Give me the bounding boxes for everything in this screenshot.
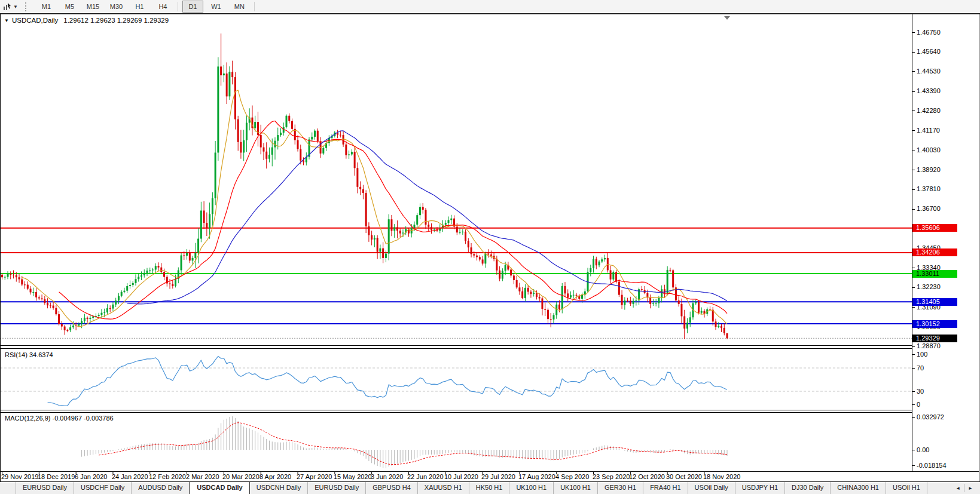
price-tick-dash bbox=[912, 130, 915, 131]
tab-eurusd-daily[interactable]: EURUSD Daily bbox=[308, 482, 366, 494]
date-tick-label: 6 Jan 2020 bbox=[75, 473, 107, 480]
symbol-dropdown-icon[interactable]: ▼ bbox=[4, 18, 9, 23]
tab-usdchf-daily[interactable]: USDCHF Daily bbox=[74, 482, 132, 494]
price-tick-dash bbox=[912, 189, 915, 190]
tab-gbpusd-h4[interactable]: GBPUSD H4 bbox=[366, 482, 418, 494]
price-tick-dash bbox=[912, 307, 915, 308]
date-tick-label: 22 Jun 2020 bbox=[407, 473, 444, 480]
price-tag: 1.33011 bbox=[912, 270, 957, 278]
date-tick-label: 20 Mar 2020 bbox=[222, 473, 259, 480]
price-tick-label: 1.37810 bbox=[917, 185, 941, 192]
rsi-tick-label: 0 bbox=[917, 401, 920, 408]
macd-tick-dash bbox=[912, 417, 915, 418]
rsi-tick-dash bbox=[912, 404, 915, 405]
tab-bar-spacer bbox=[0, 482, 16, 494]
macd-tick-label: 0.032972 bbox=[917, 413, 944, 421]
price-tick-label: 1.43390 bbox=[917, 87, 941, 94]
tab-uk100-h1[interactable]: UK100 H1 bbox=[509, 482, 554, 494]
macd-tick-dash bbox=[912, 465, 915, 466]
tab-fra40-h1[interactable]: FRA40 H1 bbox=[643, 482, 688, 494]
rsi-tick-label: 30 bbox=[917, 388, 924, 395]
price-tick-dash bbox=[912, 170, 915, 170]
rsi-tick-label: 70 bbox=[917, 364, 924, 372]
rsi-indicator-label: RSI(14) 34.6374 bbox=[5, 351, 53, 358]
date-tick-label: 18 Nov 2020 bbox=[703, 473, 740, 480]
price-tick-label: 1.41170 bbox=[917, 127, 940, 134]
price-scale[interactable] bbox=[912, 14, 980, 471]
price-tick-dash bbox=[912, 268, 915, 268]
tab-usdcnh-daily[interactable]: USDCNH Daily bbox=[250, 482, 309, 494]
tab-uk100-h1[interactable]: UK100 H1 bbox=[554, 482, 598, 494]
tab-china300-h1[interactable]: CHINA300 H1 bbox=[831, 482, 886, 494]
date-tick-label: 15 May 2020 bbox=[334, 473, 372, 480]
price-tick-dash bbox=[912, 71, 915, 72]
price-tick-dash bbox=[912, 287, 915, 288]
price-tick-dash bbox=[912, 346, 915, 347]
rsi-tick-dash bbox=[912, 368, 915, 369]
price-tag: 1.35606 bbox=[912, 224, 957, 232]
price-tag: 1.34206 bbox=[912, 248, 957, 256]
macd-tick-label: -0.018154 bbox=[917, 462, 947, 469]
tab-xauusd-h1[interactable]: XAUUSD H1 bbox=[418, 482, 469, 494]
rsi-tick-dash bbox=[912, 391, 915, 392]
price-tick-label: 1.38920 bbox=[917, 166, 941, 173]
macd-indicator-label: MACD(12,26,9) -0.004967 -0.003786 bbox=[5, 415, 114, 422]
date-tick-label: 2 Mar 2020 bbox=[186, 473, 219, 480]
date-tick-label: 3 Jun 2020 bbox=[371, 473, 403, 480]
price-tick-dash bbox=[912, 151, 915, 151]
date-tick-label: 30 Oct 2020 bbox=[666, 473, 702, 480]
price-tick-label: 1.28870 bbox=[917, 342, 941, 349]
price-tick-dash bbox=[912, 52, 915, 53]
tab-scroll-right-icon[interactable]: ► bbox=[964, 486, 976, 491]
date-tick-label: 24 Jan 2020 bbox=[112, 473, 148, 480]
price-tick-dash bbox=[912, 32, 915, 33]
price-tick-label: 1.46750 bbox=[917, 29, 941, 36]
tab-usdcad-daily[interactable]: USDCAD Daily bbox=[190, 481, 249, 494]
date-tick-label: 29 Nov 2019 bbox=[1, 473, 38, 480]
price-tick-dash bbox=[912, 111, 915, 111]
price-tag: 1.30152 bbox=[912, 320, 957, 328]
date-tick-label: 8 Apr 2020 bbox=[259, 473, 291, 480]
date-tick-label: 27 Apr 2020 bbox=[297, 473, 332, 480]
price-tick-label: 1.44530 bbox=[917, 67, 941, 75]
macd-tick-label: 0.00 bbox=[917, 446, 929, 453]
price-tick-dash bbox=[912, 91, 915, 92]
rsi-tick-dash bbox=[912, 354, 915, 355]
price-tick-label: 1.36700 bbox=[917, 205, 941, 212]
price-tag: 1.31405 bbox=[912, 298, 957, 306]
price-tick-label: 1.40030 bbox=[917, 146, 941, 154]
date-tick-label: 18 Dec 2019 bbox=[38, 473, 75, 480]
chart-ohlc-values: 1.29612 1.29623 1.29269 1.29329 bbox=[63, 17, 169, 24]
date-tick-label: 29 Jul 2020 bbox=[481, 473, 515, 480]
date-tick-label: 23 Sep 2020 bbox=[593, 473, 630, 480]
tab-eurusd-daily[interactable]: EURUSD Daily bbox=[16, 482, 74, 494]
tab-usdjpy-h1[interactable]: USDJPY H1 bbox=[735, 482, 785, 494]
panel-divider-rsi-macd[interactable] bbox=[0, 410, 912, 413]
rsi-panel-top-border bbox=[0, 348, 912, 349]
price-tick-label: 1.42280 bbox=[917, 107, 941, 114]
date-tick-label: 17 Aug 2020 bbox=[518, 473, 555, 480]
chart-header: ▼USDCAD,Daily1.29612 1.29623 1.29269 1.2… bbox=[4, 17, 169, 24]
tab-ger30-h1[interactable]: GER30 H1 bbox=[598, 482, 643, 494]
price-tick-dash bbox=[912, 209, 915, 210]
date-tick-label: 10 Jul 2020 bbox=[444, 473, 478, 480]
macd-tick-dash bbox=[912, 450, 915, 450]
date-tick-label: 12 Oct 2020 bbox=[629, 473, 665, 480]
tab-audusd-daily[interactable]: AUDUSD Daily bbox=[132, 482, 190, 494]
tab-usoil-h1[interactable]: USOil H1 bbox=[886, 482, 927, 494]
tab-dj30-daily[interactable]: DJ30 Daily bbox=[785, 482, 831, 494]
tab-hk50-h1[interactable]: HK50 H1 bbox=[469, 482, 510, 494]
tab-scroll-left-icon[interactable]: ◄ bbox=[952, 486, 964, 491]
symbol-tab-bar: EURUSD DailyUSDCHF DailyAUDUSD DailyUSDC… bbox=[0, 481, 980, 494]
price-tick-label: 1.45640 bbox=[917, 48, 941, 55]
chart-symbol-period: USDCAD,Daily bbox=[12, 17, 58, 24]
price-chart-canvas[interactable] bbox=[0, 0, 980, 494]
tab-scroll-arrows: ◄► bbox=[952, 482, 980, 494]
date-tick-label: 12 Feb 2020 bbox=[149, 473, 186, 480]
price-tag: 1.29329 bbox=[912, 335, 957, 342]
price-tick-label: 1.32230 bbox=[917, 283, 941, 290]
tab-usoil-daily[interactable]: USOil Daily bbox=[688, 482, 735, 494]
rsi-tick-label: 100 bbox=[917, 351, 927, 358]
panel-divider-main-rsi[interactable] bbox=[0, 346, 912, 348]
date-tick-label: 4 Sep 2020 bbox=[555, 473, 589, 480]
